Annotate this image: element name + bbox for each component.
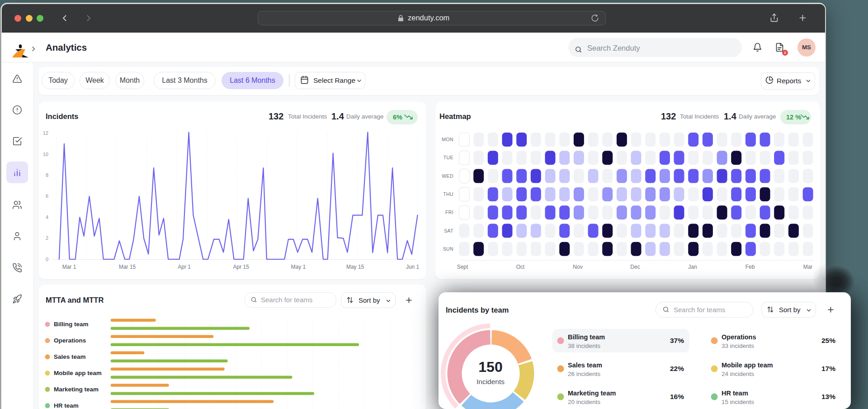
svg-text:33 incidents: 33 incidents <box>722 342 754 349</box>
svg-text:Mobile app team: Mobile app team <box>722 361 773 369</box>
svg-text:HR team: HR team <box>722 390 748 397</box>
svg-text:17%: 17% <box>821 365 835 372</box>
svg-text:20 incidents: 20 incidents <box>568 399 600 405</box>
svg-text:16%: 16% <box>670 393 684 400</box>
svg-text:38 incidents: 38 incidents <box>568 342 600 349</box>
svg-text:Billing team: Billing team <box>568 333 605 341</box>
svg-text:22%: 22% <box>670 365 684 372</box>
svg-text:Operations: Operations <box>722 333 756 341</box>
svg-text:25%: 25% <box>821 337 835 344</box>
svg-text:37%: 37% <box>670 337 684 344</box>
svg-text:13%: 13% <box>821 393 835 400</box>
svg-text:24 incidents: 24 incidents <box>722 371 754 377</box>
svg-text:Sales team: Sales team <box>568 361 602 369</box>
svg-text:15 incidents: 15 incidents <box>722 399 754 405</box>
svg-text:26 incidents: 26 incidents <box>568 371 600 377</box>
svg-text:Marketing team: Marketing team <box>568 390 616 397</box>
